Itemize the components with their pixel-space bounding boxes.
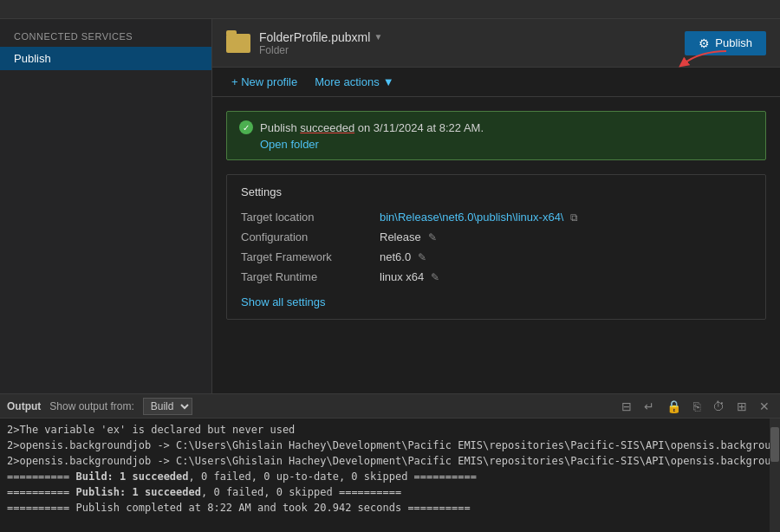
banner-prefix: Publish xyxy=(260,121,300,134)
open-folder-link[interactable]: Open folder xyxy=(260,138,753,151)
more-actions-label: More actions xyxy=(315,75,379,88)
output-line-2: 2>opensis.backgroundjob -> C:\Users\Ghis… xyxy=(7,453,773,469)
profile-filename: FolderProfile.pubxml xyxy=(259,30,370,44)
show-all-settings-link[interactable]: Show all settings xyxy=(241,295,751,308)
setting-label-config: Configuration xyxy=(241,230,380,243)
output-line-5: ========== Publish completed at 8:22 AM … xyxy=(7,500,773,516)
lock-scroll-button[interactable]: 🔒 xyxy=(663,398,685,415)
output-source-select[interactable]: Build xyxy=(143,398,192,415)
setting-row-configuration: Configuration Release ✎ xyxy=(241,227,751,247)
setting-row-framework: Target Framework net6.0 ✎ xyxy=(241,247,751,267)
edit-runtime-icon[interactable]: ✎ xyxy=(431,271,439,283)
output-line-3: ========== Build: 1 succeeded, 0 failed,… xyxy=(7,469,773,484)
setting-value-config: Release ✎ xyxy=(380,230,437,243)
folder-icon xyxy=(226,34,250,53)
history-button[interactable]: ⏱ xyxy=(709,398,728,415)
profile-name: FolderProfile.pubxml ▼ Folder xyxy=(259,30,382,56)
sidebar-item-publish[interactable]: Publish xyxy=(0,47,211,70)
output-content: 2>The variable 'ex' is declared but neve… xyxy=(0,418,780,532)
more-actions-button[interactable]: More actions ▼ xyxy=(309,73,399,91)
profile-title: FolderProfile.pubxml ▼ xyxy=(259,30,382,44)
setting-value-framework: net6.0 ✎ xyxy=(380,250,426,263)
top-bar xyxy=(0,0,780,19)
output-line-0: 2>The variable 'ex' is declared but neve… xyxy=(7,422,773,438)
setting-row-runtime: Target Runtime linux x64 ✎ xyxy=(241,267,751,287)
panel-button[interactable]: ⊞ xyxy=(733,398,751,415)
output-panel: Output Show output from: Build ⊟ ↵ 🔒 ⎘ ⏱… xyxy=(0,393,780,532)
banner-highlight: succeeded xyxy=(300,121,354,134)
new-profile-button[interactable]: + New profile xyxy=(226,73,302,91)
output-line-4: ========== Publish: 1 succeeded, 0 faile… xyxy=(7,484,773,500)
success-text: Publish succeeded on 3/11/2024 at 8:22 A… xyxy=(260,121,484,134)
profile-dropdown-arrow[interactable]: ▼ xyxy=(374,32,382,42)
publish-button-icon: ⚙ xyxy=(699,36,710,50)
output-scroll-thumb[interactable] xyxy=(770,427,779,462)
settings-section: Settings Target location bin\Release\net… xyxy=(226,174,766,320)
framework-value: net6.0 xyxy=(380,250,411,263)
config-value: Release xyxy=(380,230,421,243)
banner-suffix: on 3/11/2024 at 8:22 AM. xyxy=(354,121,484,134)
sidebar-header: Connected Services xyxy=(0,26,211,47)
target-location-value[interactable]: bin\Release\net6.0\publish\linux-x64\ xyxy=(380,211,563,224)
edit-framework-icon[interactable]: ✎ xyxy=(418,251,426,263)
setting-value-runtime: linux x64 ✎ xyxy=(380,270,439,283)
profile-subtitle: Folder xyxy=(259,44,382,56)
clear-output-button[interactable]: ⊟ xyxy=(618,398,635,415)
output-source-label: Show output from: xyxy=(49,400,133,412)
output-toolbar: Output Show output from: Build ⊟ ↵ 🔒 ⎘ ⏱… xyxy=(0,394,780,418)
copy-output-button[interactable]: ⎘ xyxy=(690,398,704,415)
output-title: Output xyxy=(7,400,41,412)
output-toolbar-left: Output Show output from: Build xyxy=(7,398,192,415)
copy-icon[interactable]: ⧉ xyxy=(570,211,578,224)
success-banner: ✓ Publish succeeded on 3/11/2024 at 8:22… xyxy=(226,111,766,160)
output-line-1: 2>opensis.backgroundjob -> C:\Users\Ghis… xyxy=(7,438,773,453)
sidebar: Connected Services Publish xyxy=(0,19,212,393)
setting-label-framework: Target Framework xyxy=(241,250,380,263)
success-row: ✓ Publish succeeded on 3/11/2024 at 8:22… xyxy=(239,120,753,134)
edit-config-icon[interactable]: ✎ xyxy=(428,231,437,243)
setting-value-target: bin\Release\net6.0\publish\linux-x64\ ⧉ xyxy=(380,211,578,224)
new-profile-label: + New profile xyxy=(231,75,297,88)
wrap-output-button[interactable]: ↵ xyxy=(640,398,658,415)
publish-button[interactable]: ⚙ Publish xyxy=(685,31,766,55)
more-actions-arrow: ▼ xyxy=(383,75,394,88)
settings-title: Settings xyxy=(241,185,751,198)
action-bar: + New profile More actions ▼ xyxy=(212,68,780,97)
success-icon: ✓ xyxy=(239,120,253,134)
setting-row-target-location: Target location bin\Release\net6.0\publi… xyxy=(241,207,751,227)
content-area: FolderProfile.pubxml ▼ Folder ⚙ Publish xyxy=(212,19,780,393)
runtime-value: linux x64 xyxy=(380,270,424,283)
setting-label-runtime: Target Runtime xyxy=(241,270,380,283)
publish-button-label: Publish xyxy=(715,36,752,49)
output-actions: ⊟ ↵ 🔒 ⎘ ⏱ ⊞ ✕ xyxy=(618,398,773,415)
main-layout: Connected Services Publish FolderProfile… xyxy=(0,19,780,393)
profile-left: FolderProfile.pubxml ▼ Folder xyxy=(226,30,382,56)
close-output-button[interactable]: ✕ xyxy=(756,398,773,415)
output-scrollbar[interactable] xyxy=(770,418,780,532)
profile-header: FolderProfile.pubxml ▼ Folder ⚙ Publish xyxy=(212,19,780,68)
setting-label-target: Target location xyxy=(241,211,380,224)
